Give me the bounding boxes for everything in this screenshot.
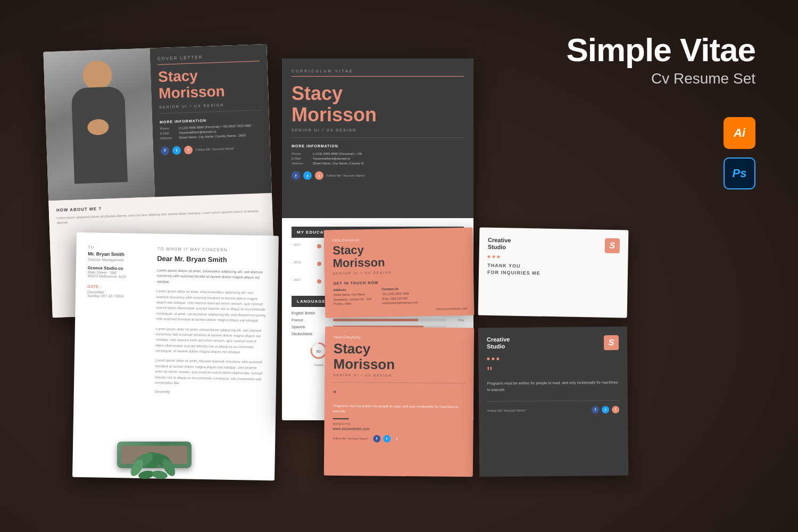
cv-twitter-icon: t <box>303 171 312 180</box>
letter-recipient-role: Director Management <box>88 257 146 262</box>
bc4-twitter-icon: t <box>602 406 609 413</box>
bc2-s-icon: S <box>605 238 620 253</box>
business-card-2: Creative Studio S THANK YOUFOR INQUIRIES… <box>478 228 629 318</box>
bc1-website: www.yourwebsite.com <box>436 307 468 311</box>
business-card-3: Hello Everybody Stacy Morisson SENIOR UI… <box>324 327 474 477</box>
person-body <box>71 86 128 184</box>
bc4-dot-1 <box>487 358 489 360</box>
cover-name: Stacy Morisson <box>158 65 261 102</box>
follow-text: Follow Me "Account Name" <box>196 147 235 152</box>
person-photo <box>43 48 155 201</box>
bc3-follow-text: Follow Me "Account Name" <box>332 437 368 440</box>
instagram-icon: i <box>184 145 193 154</box>
bc4-dot-3 <box>496 358 499 360</box>
software-icons-container: Ai Ps <box>724 117 755 189</box>
bc2-dot-2 <box>492 255 495 258</box>
plant-decoration <box>112 394 197 468</box>
cover-letter-label: COVER LETTER <box>157 53 260 65</box>
bc1-contact-header: GET IN TOUCH NOW <box>333 279 465 285</box>
cover-more-info: MORE INFORMATION <box>160 117 262 124</box>
lang-bar-fill-2 <box>333 319 418 321</box>
letter-to-label: TO : <box>88 245 146 250</box>
bc1-address-val: Street Name, City NameGreenwich, London … <box>334 292 371 306</box>
cv-social: f t i Follow Me "Account Name" <box>292 171 464 180</box>
cv-phone-row: Phone (+123) 4566 8890 (Personal) / +56 <box>292 152 464 155</box>
bc2-thank-you: THANK YOUFOR INQUIRIES ME <box>487 262 619 278</box>
lang-item-2: France 75% <box>292 318 464 322</box>
bc4-studio-name: CreativeStudio <box>487 336 510 351</box>
bc3-facebook-icon: f <box>373 435 380 442</box>
bc3-hello: Hello Everybody <box>334 335 466 340</box>
illustrator-icon: Ai <box>724 117 755 149</box>
cv-top: CURRICULUM VITAE Stacy Morisson SENIOR U… <box>282 59 473 218</box>
bc4-bottom: Follow Me "Account Name" f t i <box>487 400 619 414</box>
cv-more-info: MORE INFORMATION <box>292 144 464 148</box>
cv-follow-text: Follow Me "Account Name" <box>327 174 365 177</box>
cv-label: CURRICULUM VITAE <box>292 69 464 77</box>
bc1-address-col: Address Street Name, City NameGreenwich,… <box>334 288 371 306</box>
bc1-contact-col: Contact Us +01 (123) 3155 7890(Fax) +000… <box>381 287 418 305</box>
bc3-twitter-icon: t <box>383 435 390 442</box>
edu-dot-1 <box>317 244 321 248</box>
cover-photo-inner <box>43 48 155 201</box>
bc2-dot-1 <box>487 255 490 258</box>
twitter-icon: t <box>172 146 181 155</box>
bc2-studio-name: Creative Studio <box>488 237 511 251</box>
cv-name: Stacy Morisson <box>292 83 464 125</box>
facebook-icon: f <box>161 146 170 155</box>
letter-right: TO WHOM IT MAY CONCERN Dear Mr. Bryan Sm… <box>155 246 267 395</box>
edu-dot-3 <box>317 279 321 284</box>
cover-photo <box>43 48 155 201</box>
letter-para4: Lorem ipsum dolor sit amet, rttyused dia… <box>155 358 265 388</box>
bc3-social: Follow Me "Account Name" f t i <box>332 435 464 443</box>
bc3-name: Stacy Morisson <box>333 341 465 372</box>
letter-para2: Lorem ipsum dolor sit amet, ertuconsecte… <box>156 289 266 324</box>
cover-right: COVER LETTER Stacy Morisson SENIOR UI / … <box>149 44 272 197</box>
letter-para1: Lorem ipsum dolore sit amet, consectetur… <box>156 268 267 286</box>
cv-instagram-icon: i <box>315 171 323 180</box>
bc2-dot-3 <box>497 255 500 258</box>
bc3-quote: Programs must be written for people to r… <box>333 403 465 415</box>
bc4-follow-text: Follow Me "Account Name" <box>487 409 526 412</box>
bc4-s-icon: S <box>604 335 619 350</box>
lang-bar-bg-2 <box>333 319 446 321</box>
bc3-divider <box>333 418 349 419</box>
person-head <box>82 60 113 90</box>
letter-left: TO : Mr. Bryan Smith Director Management… <box>86 245 147 393</box>
bc1-title: SENIOR UI / UX DESIGN <box>333 270 465 275</box>
svg-text:80: 80 <box>317 350 321 353</box>
edu-dot-2 <box>317 262 321 266</box>
cover-title: SENIOR UI / UX DESIGN <box>159 102 261 114</box>
bc4-instagram-icon: i <box>612 406 619 413</box>
letter-salutation: Dear Mr. Bryan Smith <box>157 254 267 264</box>
bc3-title: SENIOR UI / UX DESIGN <box>333 373 465 384</box>
bc4-dots <box>487 356 619 360</box>
business-card-1: Hello Everybody Stacy Morisson SENIOR UI… <box>324 228 475 318</box>
business-card-4: CreativeStudio S " Programs must be writ… <box>478 327 628 477</box>
letter-subject: TO WHOM IT MAY CONCERN <box>157 246 267 253</box>
letter-address: Main Street - 568 90023 Melbourne, AUS <box>88 270 146 279</box>
letter-para3: Lorem ipsum dolor sit amet, consectetuer… <box>155 326 265 356</box>
bc1-address-label: Address <box>334 288 371 292</box>
letter-recipient-name: Mr. Bryan Smith <box>88 251 146 257</box>
bc3-website-label: Website <box>333 422 465 427</box>
bc4-quote-mark: " <box>487 365 619 379</box>
cv-address-row: Address Street Name, City Name, Country … <box>292 162 464 165</box>
photoshop-icon: Ps <box>724 157 755 189</box>
bc2-dots <box>487 255 619 260</box>
cover-top: COVER LETTER Stacy Morisson SENIOR UI / … <box>43 44 272 201</box>
cover-social: f t i Follow Me "Account Name" <box>161 143 263 155</box>
bc4-social: f t i <box>592 406 619 413</box>
plant-container <box>112 394 197 468</box>
cv-email-row: E-Mail Youremailhere@domain.io <box>292 157 464 160</box>
bc4-quote-text: Programs must be written for people to r… <box>487 379 619 393</box>
bc2-logo: Creative Studio S <box>488 236 620 253</box>
bc4-dot-2 <box>492 358 494 360</box>
letter-date-label: DATE : <box>87 284 146 290</box>
bc3-instagram-icon: i <box>393 435 401 443</box>
documents-container: COVER LETTER Stacy Morisson SENIOR UI / … <box>32 32 660 521</box>
bc3-quote-mark: " <box>333 389 465 401</box>
bc1-hello: Hello Everybody <box>332 236 464 242</box>
bc1-name: Stacy Morisson <box>332 242 465 270</box>
bc1-contact-row: Address Street Name, City NameGreenwich,… <box>334 286 466 306</box>
